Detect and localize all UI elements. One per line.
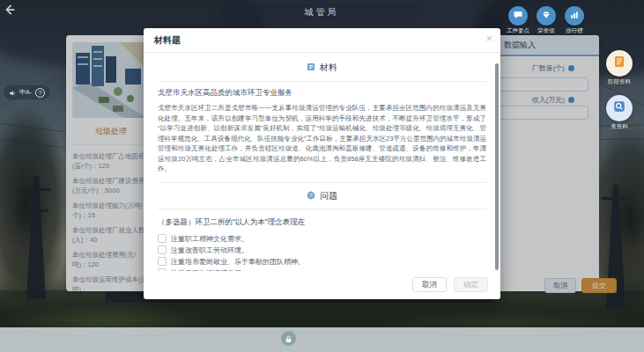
tool-stage-materials[interactable]: 阶段资料 xyxy=(600,50,639,86)
dialog-footer: 取消 确定 xyxy=(412,277,488,292)
diamond-icon xyxy=(541,8,551,24)
divider xyxy=(158,209,486,209)
tool-label: 阶段资料 xyxy=(600,78,639,86)
chat-icon xyxy=(513,8,523,24)
scrollbar-thumb[interactable] xyxy=(495,63,499,270)
lock-icon xyxy=(285,331,292,347)
dialog-body: 材料 戈壁市天水区高品质的城市环卫专业服务 戈壁市天水区环卫二所是戈壁市唯一一支… xyxy=(144,53,500,271)
question-circle-icon: ? xyxy=(307,191,315,202)
material-question-dialog: 材料题 × 材料 戈壁市天水区高品质的城市环卫专业服务 戈壁市天水区环卫二所是戈… xyxy=(144,28,500,299)
confirm-button[interactable]: 确定 xyxy=(454,277,488,292)
magnifier-icon xyxy=(612,99,626,117)
bar-chart-icon xyxy=(569,8,580,24)
checkbox[interactable] xyxy=(158,246,167,254)
close-icon[interactable]: × xyxy=(485,33,492,45)
divider xyxy=(158,81,486,82)
bottom-bar xyxy=(0,327,644,352)
option-label: 注重培养爱岗敬业、乐于奉献的团队精神。 xyxy=(171,257,305,267)
scene-title: 城管局 xyxy=(305,6,339,18)
material-section-title: 材料 xyxy=(320,62,337,74)
accessibility-toolbar: 中A- ? xyxy=(4,85,50,99)
option-label: 注重改善职工劳动环境。 xyxy=(171,246,248,255)
checkbox[interactable] xyxy=(158,257,167,266)
material-section-header: 材料 xyxy=(158,62,486,74)
lock-button[interactable] xyxy=(281,331,296,346)
cancel-button[interactable]: 取消 xyxy=(412,277,447,292)
app-stage: 垃圾处理 单位垃圾处理厂占地面积(亩/个)：120 单位垃圾处理厂建设费用(万元… xyxy=(0,0,644,352)
tool-label: 排行榜 xyxy=(555,27,594,35)
material-doc-body: 戈壁市天水区环卫二所是戈壁市唯一一支从事垃圾清运管理的专业队伍，主要承担全区范围… xyxy=(158,103,486,174)
divider xyxy=(158,182,486,183)
option-row[interactable]: 注重职工精神文化需求。 xyxy=(158,233,486,245)
tool-label: 查资料 xyxy=(600,123,639,131)
speaker-icon[interactable] xyxy=(9,84,16,100)
question-prompt: （多选题）环卫二所的“以人为本”理念表现在 xyxy=(158,217,486,228)
option-row[interactable]: 注重员工生活情感关怀。 xyxy=(158,268,486,272)
checkbox[interactable] xyxy=(158,234,167,243)
option-label: 注重员工生活情感关怀。 xyxy=(171,268,248,272)
font-size-control[interactable]: 中A- xyxy=(19,88,32,97)
option-row[interactable]: 注重改善职工劳动环境。 xyxy=(158,245,486,256)
dialog-header: 材料题 xyxy=(144,28,500,53)
scene-title-bar: 城管局 xyxy=(220,4,423,20)
tool-lookup[interactable]: 查资料 xyxy=(600,95,639,131)
dialog-title: 材料题 xyxy=(154,34,181,47)
back-icon[interactable] xyxy=(4,4,16,16)
option-row[interactable]: 注重培养爱岗敬业、乐于奉献的团队精神。 xyxy=(158,256,486,268)
tool-ranking[interactable]: 排行榜 xyxy=(555,6,594,35)
help-button[interactable]: ? xyxy=(35,88,45,98)
question-section-header: ? 问题 xyxy=(158,190,486,202)
checkbox[interactable] xyxy=(158,268,167,271)
material-doc-title: 戈壁市天水区高品质的城市环卫专业服务 xyxy=(158,88,486,99)
notebook-icon xyxy=(612,55,626,72)
options-list: 注重职工精神文化需求。 注重改善职工劳动环境。 注重培养爱岗敬业、乐于奉献的团队… xyxy=(158,233,486,272)
document-icon xyxy=(307,62,315,73)
option-label: 注重职工精神文化需求。 xyxy=(171,234,248,244)
question-section-title: 问题 xyxy=(320,190,337,202)
